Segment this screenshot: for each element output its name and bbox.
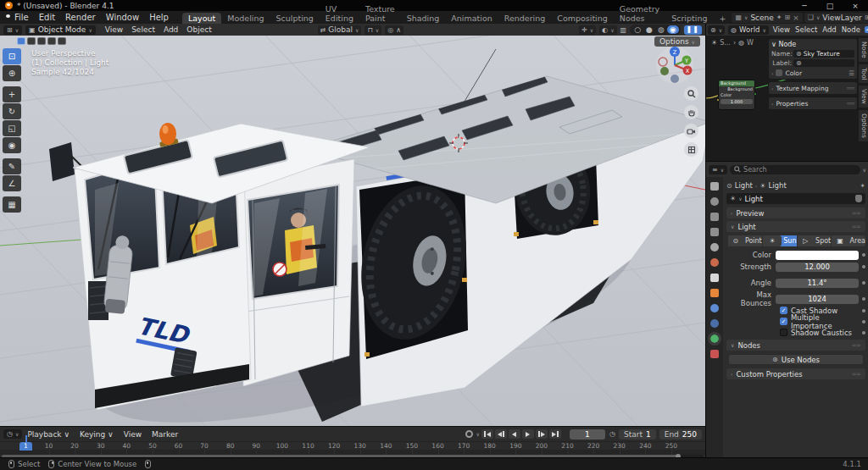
properties-tab-physics-icon[interactable] [710,304,719,312]
tool-transform-icon[interactable]: ◉ [3,137,21,153]
copy-icon[interactable]: ⊞ [785,14,791,21]
jump-to-end-button[interactable] [549,429,561,439]
properties-tab-data-icon[interactable] [710,335,719,343]
breadcrumb-data[interactable]: Light [769,181,787,190]
shader-menu-node[interactable]: Node [839,25,863,34]
editor-type-selector[interactable]: ⊞∨ [3,25,22,35]
menu-help[interactable]: Help [144,13,174,22]
light-type-area-button[interactable]: ▣Area [832,235,865,246]
viewport-3d[interactable]: TLD [0,24,705,426]
animate-dot-icon[interactable] [862,253,865,257]
tab-layout[interactable]: Layout [182,13,221,24]
snap-toggle[interactable]: ⊓∨ [364,25,381,35]
view-layer-selector[interactable]: ❏ ∨ ViewLayer ⊞ × [804,13,868,23]
select-mode-extend-icon[interactable] [27,37,36,45]
perspective-toggle-icon[interactable] [684,142,698,157]
tool-rotate-icon[interactable]: ↻ [3,103,21,119]
tab-scripting[interactable]: Scripting [665,13,713,24]
tool-measure-icon[interactable]: ∠ [3,175,21,191]
sidebar-tab-tool[interactable]: Tool [859,64,868,84]
tab-animation[interactable]: Animation [445,13,498,24]
shading-material-icon[interactable]: ◍ [655,25,667,34]
play-button[interactable] [522,429,534,439]
color-field[interactable] [776,251,859,260]
node-strength-slider[interactable]: 1.000 [721,99,753,104]
tool-move-icon[interactable]: + [3,86,21,102]
properties-tab-output-icon[interactable] [710,213,719,221]
gizmos-dropdown[interactable]: ✛∨ [579,25,596,35]
add-workspace-button[interactable]: + [713,13,732,24]
tab-compositing[interactable]: Compositing [551,13,614,24]
light-datablock-field[interactable]: ☀∨ Light [726,193,865,204]
shadow-caustics-checkbox[interactable] [780,329,787,336]
play-reverse-button[interactable] [509,429,520,439]
properties-panel[interactable]: ›Properties══ [771,99,854,108]
chevron-down-icon[interactable]: ∨ [863,167,866,173]
use-nodes-button[interactable]: ⊛Use Nodes [728,354,864,365]
nodes-panel-header[interactable]: ∨Nodes══ [726,340,865,351]
editor-type-selector[interactable]: ≡∨ [709,165,727,174]
animate-dot-icon[interactable] [862,265,865,268]
breadcrumb-object[interactable]: Light [735,181,753,190]
viewport-menu-view[interactable]: View [101,25,127,34]
tool-add-cube-icon[interactable]: ▦ [3,196,21,213]
select-mode-invert-icon[interactable] [47,37,56,45]
select-mode-intersect-icon[interactable] [58,37,66,45]
animate-dot-icon[interactable] [862,309,865,312]
properties-search-input[interactable]: Search [730,165,860,174]
tab-sculpting[interactable]: Sculpting [270,13,319,24]
playhead[interactable]: 1 [19,442,32,451]
frame-end-field[interactable]: End250 [659,429,702,440]
node-name-field[interactable]: ⊛Sky Texture [793,50,854,58]
shader-menu-select[interactable]: Select [793,25,820,34]
fake-user-shield-icon[interactable] [855,195,862,202]
light-type-point-button[interactable]: ⊙Point [728,235,762,246]
menu-render[interactable]: Render [60,13,101,22]
custom-properties-panel-header[interactable]: ›Custom Properties══ [726,368,865,379]
angle-field[interactable]: 11.4° [776,279,859,288]
properties-tab-tool-icon[interactable] [710,182,719,191]
camera-view-icon[interactable] [684,124,698,138]
background-node[interactable]: Background Background Color 1.000 [718,80,755,110]
tool-select-box-icon[interactable]: ⊡ [3,48,21,64]
menu-edit[interactable]: Edit [34,13,60,22]
properties-tab-world-icon[interactable] [710,258,719,267]
world-selector[interactable]: ◍World∨ [728,25,769,35]
shader-menu-add[interactable]: Add [820,25,838,34]
preview-panel-header[interactable]: ›Preview══ [726,207,865,218]
maximize-button[interactable]: □ [817,2,843,10]
tab-texture-paint[interactable]: Texture Paint [359,3,401,24]
next-keyframe-button[interactable] [536,429,548,439]
select-mode-set-icon[interactable] [17,37,25,45]
shading-wireframe-icon[interactable]: ○ [632,25,643,34]
menu-window[interactable]: Window [101,13,144,22]
timeline-menu-view[interactable]: View [119,430,147,439]
scene-selector[interactable]: ▦ ∨ Scene ✦ ⊞ × [732,13,802,23]
use-nodes-checkbox[interactable]: ✓Use N [865,25,868,34]
sidebar-tab-options[interactable]: Options [859,110,868,141]
axis-gizmo[interactable]: Z Y X [654,45,695,86]
animate-dot-icon[interactable] [862,297,865,301]
pause-render-button[interactable]: ❚❚ [684,25,702,35]
properties-tab-constraints-icon[interactable] [710,319,719,328]
light-type-spot-button[interactable]: ▷Spot [798,235,832,246]
viewport-menu-select[interactable]: Select [127,25,159,34]
tab-modeling[interactable]: Modeling [221,13,270,24]
strength-field[interactable]: 12.000 [776,263,859,272]
properties-tab-object-icon[interactable] [710,289,719,297]
pin-icon[interactable]: ✦ [776,14,782,21]
editor-type-selector[interactable]: ⊛∨ [708,25,725,35]
jump-to-start-button[interactable] [481,429,493,439]
editor-type-selector[interactable]: ◷∨ [3,429,22,439]
zoom-icon[interactable] [684,86,698,101]
pin-icon[interactable]: ✦ [860,182,865,190]
animate-dot-icon[interactable] [862,320,865,323]
properties-tab-scene-icon[interactable] [710,243,719,252]
auto-key-record-icon[interactable] [465,430,473,438]
tool-annotate-icon[interactable]: ✎ [3,158,21,174]
output-socket[interactable] [754,92,757,96]
tab-rendering[interactable]: Rendering [498,13,552,24]
xray-toggle[interactable]: ▥ [620,26,627,34]
viewport-menu-add[interactable]: Add [159,25,182,34]
timeline-menu-playback-∨[interactable]: Playback ∨ [22,430,75,439]
